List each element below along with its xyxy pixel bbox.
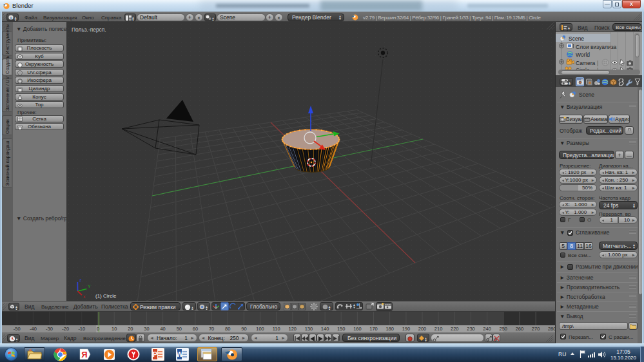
svg-text:(1) Circle: (1) Circle — [95, 293, 117, 299]
svg-text:Y: Y — [88, 284, 91, 289]
svg-text:i: i — [10, 15, 12, 20]
svg-text:z: z — [79, 278, 82, 282]
svg-text:Польз.-персп.: Польз.-персп. — [72, 26, 106, 33]
svg-text:W: W — [176, 350, 183, 358]
svg-text:x: x — [83, 294, 86, 299]
svg-text:Я: Я — [81, 350, 87, 359]
svg-text:P: P — [153, 350, 157, 358]
